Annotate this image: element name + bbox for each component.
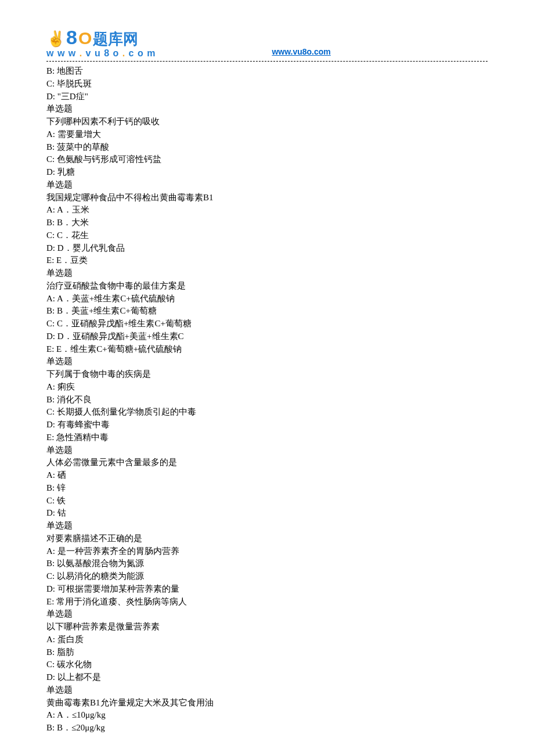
text-line: B: 菠菜中的草酸 (46, 141, 488, 154)
text-line: 下列属于食物中毒的疾病是 (46, 368, 488, 381)
site-logo: ✌ 8 O 题库网 w w w . v u 8 o . c o m (46, 26, 156, 59)
text-line: A: 痢疾 (46, 381, 488, 394)
text-line: A: A．玉米 (46, 204, 488, 217)
text-line: B: 以氨基酸混合物为氮源 (46, 557, 488, 570)
text-line: E: 常用于消化道瘘、炎性肠病等病人 (46, 596, 488, 609)
text-line: C: C．亚硝酸异戊酯+维生素C+葡萄糖 (46, 318, 488, 330)
header-link[interactable]: www.vu8o.com (272, 47, 330, 59)
logo-row: ✌ 8 O 题库网 w w w . v u 8 o . c o m www.vu… (46, 26, 488, 59)
text-line: D: 乳糖 (46, 166, 488, 179)
text-line: E: 急性酒精中毒 (46, 431, 488, 444)
text-line: 人体必需微量元素中含量最多的是 (46, 456, 488, 469)
text-line: D: D．亚硝酸异戊酯+美蓝+维生素C (46, 330, 488, 343)
text-line: C: C．花生 (46, 229, 488, 242)
text-line: C: 碳水化物 (46, 658, 488, 671)
text-line: D: D．婴儿代乳食品 (46, 242, 488, 255)
text-line: A: 硒 (46, 469, 488, 482)
text-line: B: B．美蓝+维生素C+葡萄糖 (46, 305, 488, 318)
text-line: B: 地图舌 (46, 65, 488, 78)
logo-o-glyph: O (78, 28, 92, 48)
text-line: 我国规定哪种食品中不得检出黄曲霉毒素B1 (46, 192, 488, 204)
text-line: D: "三D症" (46, 91, 488, 103)
text-line: 单选题 (46, 179, 488, 192)
text-line: B: 锌 (46, 482, 488, 495)
text-line: B: B．≤20μg/kg (46, 722, 488, 735)
text-line: 治疗亚硝酸盐食物中毒的最佳方案是 (46, 280, 488, 293)
text-line: 单选题 (46, 355, 488, 368)
text-line: 单选题 (46, 520, 488, 532)
text-line: 单选题 (46, 103, 488, 116)
logo-url-text: w w w . v u 8 o . c o m (46, 48, 156, 59)
text-line: 单选题 (46, 444, 488, 457)
text-line: C: 以易消化的糖类为能源 (46, 570, 488, 583)
logo-hand-icon: ✌ (46, 30, 66, 49)
text-line: A: A．美蓝+维生素C+硫代硫酸钠 (46, 293, 488, 305)
logo-8-glyph: 8 (66, 26, 77, 49)
text-line: D: 有毒蜂蜜中毒 (46, 419, 488, 431)
text-line: A: 是一种营养素齐全的胃肠内营养 (46, 545, 488, 558)
text-line: C: 色氨酸与钙形成可溶性钙盐 (46, 153, 488, 166)
text-line: C: 铁 (46, 495, 488, 507)
logo-graphic: ✌ 8 O 题库网 (46, 26, 156, 49)
text-line: D: 以上都不是 (46, 671, 488, 684)
text-line: A: 蛋白质 (46, 633, 488, 646)
text-line: D: 可根据需要增加某种营养素的量 (46, 583, 488, 596)
text-line: 对要素膳描述不正确的是 (46, 532, 488, 545)
text-line: 单选题 (46, 608, 488, 621)
text-line: E: E．豆类 (46, 254, 488, 267)
text-line: A: A．≤10μg/kg (46, 709, 488, 722)
text-line: C: 长期摄人低剂量化学物质引起的中毒 (46, 406, 488, 419)
text-line: B: 脂肪 (46, 646, 488, 659)
header-divider (46, 61, 488, 62)
text-line: D: 钴 (46, 507, 488, 520)
text-line: 下列哪种因素不利于钙的吸收 (46, 116, 488, 128)
text-line: B: B．大米 (46, 217, 488, 229)
document-content: B: 地图舌C: 毕脱氏斑D: "三D症"单选题下列哪种因素不利于钙的吸收A: … (46, 65, 488, 735)
text-line: C: 毕脱氏斑 (46, 78, 488, 91)
text-line: 以下哪种营养素是微量营养素 (46, 621, 488, 633)
text-line: 黄曲霉毒素B1允许量规定大米及其它食用油 (46, 697, 488, 710)
page-header: ✌ 8 O 题库网 w w w . v u 8 o . c o m www.vu… (46, 26, 488, 62)
text-line: A: 需要量增大 (46, 128, 488, 141)
text-line: 单选题 (46, 267, 488, 280)
text-line: E: E．维生素C+葡萄糖+硫代硫酸钠 (46, 343, 488, 356)
text-line: B: 消化不良 (46, 394, 488, 406)
document-page: ✌ 8 O 题库网 w w w . v u 8 o . c o m www.vu… (0, 0, 534, 752)
text-line: 单选题 (46, 684, 488, 697)
logo-cn-text: 题库网 (93, 29, 138, 49)
